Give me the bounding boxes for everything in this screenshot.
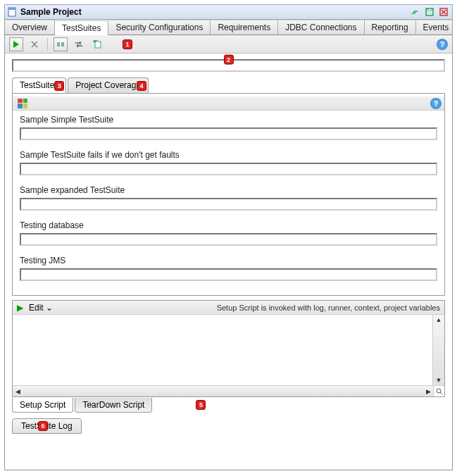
scroll-down-icon[interactable]: ▼ xyxy=(433,375,444,385)
suite-progress-bar xyxy=(20,163,437,175)
callout-2: 2 xyxy=(224,55,234,65)
toolbar-separator xyxy=(47,38,48,51)
suite-label: Testing database xyxy=(20,220,437,230)
overall-progress-bar: 2 xyxy=(12,59,445,72)
callout-6: 6 xyxy=(38,421,48,431)
subtab-label: TestSuites xyxy=(20,80,58,90)
list-item[interactable]: Testing database xyxy=(20,220,437,246)
help-icon[interactable]: ? xyxy=(430,98,442,109)
suite-label: Sample TestSuite fails if we don't get f… xyxy=(20,150,437,160)
subtab-strip: TestSuites 3 Project Coverage 4 xyxy=(12,77,445,93)
run-mode-button[interactable] xyxy=(54,37,68,51)
restore-down-icon[interactable] xyxy=(410,6,421,18)
scroll-up-icon[interactable]: ▲ xyxy=(433,315,444,325)
script-editor[interactable] xyxy=(13,315,433,385)
suite-label: Testing JMS xyxy=(20,256,437,265)
run-button[interactable] xyxy=(9,37,23,51)
suite-progress-bar xyxy=(20,233,437,246)
svg-rect-4 xyxy=(57,42,60,46)
tab-teardown-script[interactable]: TearDown Script xyxy=(75,398,152,413)
callout-5: 5 xyxy=(196,400,206,410)
suite-list-toolbar: ? xyxy=(13,96,444,111)
help-icon[interactable]: ? xyxy=(437,39,448,50)
svg-rect-1 xyxy=(8,8,15,10)
edit-script-dropdown[interactable]: Edit ⌄ xyxy=(29,303,53,313)
script-tabstrip: Setup Script TearDown Script 5 xyxy=(12,397,445,413)
run-script-button[interactable]: ▶ xyxy=(17,303,23,313)
main-tabstrip: Overview TestSuites Security Configurati… xyxy=(5,20,452,35)
svg-line-9 xyxy=(440,392,442,394)
suite-progress-bar xyxy=(20,268,437,281)
suite-list: Sample Simple TestSuite Sample TestSuite… xyxy=(13,111,444,292)
script-panel: ▶ Edit ⌄ Setup Script is invoked with lo… xyxy=(12,300,445,397)
suite-progress-bar xyxy=(20,127,437,140)
tab-security-configurations[interactable]: Security Configurations xyxy=(108,20,211,35)
subtab-label: Project Coverage xyxy=(75,80,141,90)
zoom-icon[interactable] xyxy=(433,386,444,396)
list-item[interactable]: Sample Simple TestSuite xyxy=(20,115,437,140)
subtab-testsuites[interactable]: TestSuites 3 xyxy=(12,77,66,93)
script-toolbar: ▶ Edit ⌄ Setup Script is invoked with lo… xyxy=(13,301,444,315)
suite-label: Sample expanded TestSuite xyxy=(20,185,437,195)
project-icon xyxy=(8,7,18,17)
scroll-right-icon[interactable]: ▶ xyxy=(423,386,433,396)
callout-1: 1 xyxy=(123,39,132,49)
svg-text:+: + xyxy=(93,40,98,46)
tab-overview[interactable]: Overview xyxy=(5,20,55,35)
new-testsuite-button[interactable]: + xyxy=(90,37,104,51)
tab-setup-script[interactable]: Setup Script xyxy=(12,398,73,413)
suite-progress-bar xyxy=(20,198,437,211)
loop-button[interactable] xyxy=(72,37,86,51)
tab-jdbc-connections[interactable]: JDBC Connections xyxy=(278,20,364,35)
overall-progress-row: 2 xyxy=(5,54,452,77)
callout-3: 3 xyxy=(54,81,64,91)
list-item[interactable]: Testing JMS xyxy=(20,256,437,281)
subtab-project-coverage[interactable]: Project Coverage 4 xyxy=(68,77,149,93)
tab-reporting[interactable]: Reporting xyxy=(365,20,416,35)
grid-view-icon[interactable] xyxy=(15,96,30,111)
list-item[interactable]: Sample TestSuite fails if we don't get f… xyxy=(20,150,437,175)
footer-tabstrip: TestSuite Log 6 xyxy=(12,418,445,434)
cancel-button[interactable] xyxy=(27,37,42,51)
vertical-scrollbar[interactable]: ▲ ▼ xyxy=(433,315,444,385)
close-icon[interactable] xyxy=(438,6,449,18)
tab-testsuite-log[interactable]: TestSuite Log 6 xyxy=(12,418,82,434)
maximize-icon[interactable] xyxy=(424,6,435,18)
suite-label: Sample Simple TestSuite xyxy=(20,115,437,125)
list-item[interactable]: Sample expanded TestSuite xyxy=(20,185,437,211)
tab-events[interactable]: Events xyxy=(416,20,453,35)
svg-rect-5 xyxy=(61,42,64,46)
window-titlebar: Sample Project xyxy=(4,4,453,20)
horizontal-scrollbar[interactable]: ◀ ▶ xyxy=(13,386,433,396)
window-title: Sample Project xyxy=(20,7,410,17)
tab-testsuites[interactable]: TestSuites xyxy=(55,20,108,35)
script-description: Setup Script is invoked with log, runner… xyxy=(217,303,440,312)
testsuites-toolbar: + 1 ? xyxy=(5,35,452,54)
scroll-left-icon[interactable]: ◀ xyxy=(13,386,23,396)
tab-requirements[interactable]: Requirements xyxy=(211,20,278,35)
callout-4: 4 xyxy=(137,81,146,91)
